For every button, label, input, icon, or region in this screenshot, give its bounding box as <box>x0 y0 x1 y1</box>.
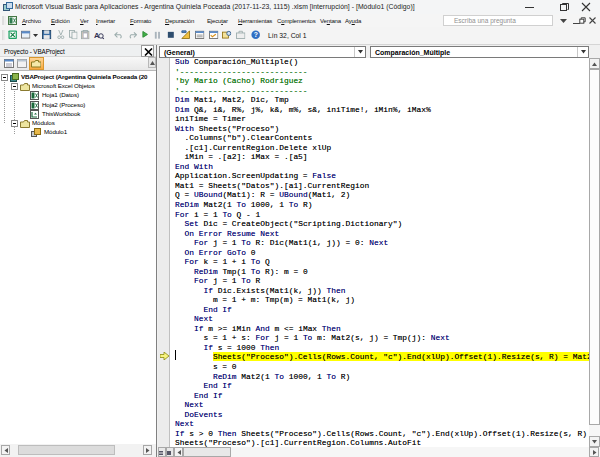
svg-text:?: ? <box>254 31 258 38</box>
